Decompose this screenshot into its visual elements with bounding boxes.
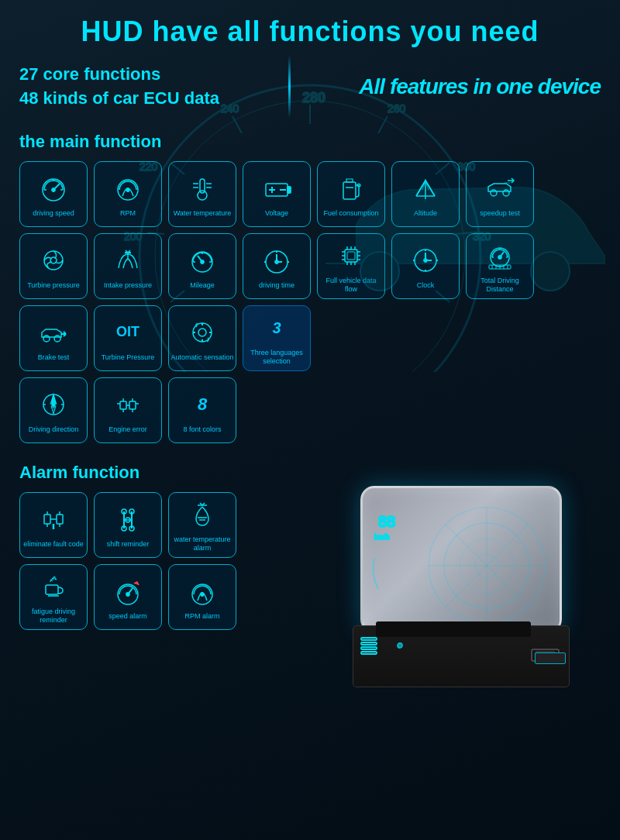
svg-rect-65: [347, 252, 355, 260]
eight-font-icon: 8: [185, 387, 219, 422]
vehicle-data-label: Full vehicle data flow: [318, 277, 384, 294]
func-driving-speed: driving speed: [19, 161, 88, 227]
svg-text:!: !: [53, 524, 54, 529]
rpm-alarm-icon: [185, 574, 219, 608]
svg-point-104: [198, 329, 206, 336]
auto-sense-icon: [185, 315, 219, 349]
svg-rect-124: [44, 515, 50, 524]
alarm-water-temp: water temperature alarm: [168, 492, 236, 558]
alarm-grid: ! eliminate fault code: [19, 492, 326, 630]
svg-point-22: [52, 188, 55, 191]
func-altitude: Altitude: [391, 161, 460, 227]
brake-icon: [36, 315, 71, 349]
func-intake: Intake pressure: [94, 233, 162, 299]
three-lang-label: Three languages selection: [243, 349, 310, 366]
svg-rect-116: [129, 401, 136, 409]
svg-rect-143: [46, 585, 58, 594]
svg-point-88: [498, 256, 501, 259]
func-vehicle-data: Full vehicle data flow: [317, 233, 385, 299]
fuel-icon: [334, 171, 368, 205]
func-water-temp: Water temperature: [168, 161, 236, 227]
font-colors-label: 8 font colors: [181, 425, 222, 434]
mileage-icon: [185, 243, 219, 277]
header-sub: 27 core functions 48 kinds of car ECU da…: [19, 56, 601, 118]
altitude-icon: [408, 171, 443, 205]
svg-rect-162: [361, 642, 377, 645]
altitude-label: Altitude: [412, 209, 439, 218]
compass-icon: [36, 387, 71, 422]
turbine-icon: [36, 243, 71, 277]
shift-label: shift reminder: [105, 540, 151, 549]
intake-label: Intake pressure: [102, 281, 153, 290]
svg-point-48: [44, 251, 63, 270]
alarm-section-title: Alarm function: [19, 463, 326, 483]
alarm-row-2: fatigue driving reminder: [19, 564, 326, 630]
chip-icon: [334, 239, 368, 273]
alarm-section: Alarm function: [19, 455, 326, 687]
car-arrow-icon: [483, 171, 517, 205]
brake-label: Brake test: [36, 353, 71, 362]
water-alarm-label: water temperature alarm: [169, 535, 236, 553]
total-dist-icon: [483, 239, 517, 273]
bottom-section: Alarm function: [19, 455, 601, 687]
func-brake: Brake test: [19, 305, 88, 371]
svg-point-81: [424, 259, 427, 262]
mileage-label: Mileage: [188, 281, 216, 290]
fault-label: eliminate fault code: [22, 540, 85, 549]
func-direction: Driving direction: [19, 377, 88, 443]
func-rpm: RPM: [94, 161, 162, 227]
svg-point-150: [201, 593, 204, 596]
water-alarm-icon: [185, 497, 219, 532]
oit-icon: OIT: [111, 315, 145, 349]
water-temp-label: Water temperature: [172, 209, 233, 218]
fuel-label: Fuel consumption: [322, 209, 380, 218]
battery-icon: [260, 171, 294, 205]
alarm-shift: shift reminder: [94, 492, 162, 558]
direction-label: Driving direction: [27, 425, 81, 434]
oit-label: Turbine Pressure: [100, 353, 157, 362]
total-dist-label: Total Driving Distance: [467, 277, 533, 294]
alarm-rpm: RPM alarm: [168, 564, 236, 630]
svg-rect-163: [361, 647, 377, 649]
func-font-colors: 8 8 font colors: [168, 377, 236, 443]
turbine-label: Turbine pressure: [26, 281, 81, 290]
main-container: 280 260 240 300 220 320 200 HUD have all…: [0, 0, 620, 840]
svg-text:km/h: km/h: [374, 533, 390, 541]
svg-point-112: [52, 403, 55, 406]
functions-row-1: driving speed RPM: [19, 161, 601, 227]
driving-time-label: driving time: [257, 281, 296, 290]
rpm-label: RPM: [119, 209, 137, 218]
svg-line-3: [378, 116, 388, 133]
svg-point-60: [275, 260, 278, 263]
svg-rect-125: [57, 515, 63, 524]
coffee-icon: [36, 570, 71, 604]
func-speedup-test: speedup test: [466, 161, 534, 227]
shift-icon: [111, 502, 145, 536]
svg-rect-39: [343, 182, 356, 199]
driving-speed-label: driving speed: [31, 209, 76, 218]
func-driving-time: driving time: [243, 233, 311, 299]
header-left: 27 core functions 48 kinds of car ECU da…: [19, 63, 219, 111]
voltage-label: Voltage: [264, 209, 290, 218]
header-right: All features in one device: [359, 74, 601, 100]
clock-label: Clock: [415, 281, 436, 290]
svg-rect-164: [361, 652, 377, 654]
svg-point-44: [491, 190, 497, 196]
line2: 48 kinds of car ECU data: [19, 87, 219, 111]
alarm-row-1: ! eliminate fault code: [19, 492, 326, 558]
svg-point-147: [126, 593, 129, 596]
functions-grid: driving speed RPM: [19, 161, 601, 443]
svg-point-53: [201, 260, 204, 263]
svg-point-29: [198, 191, 207, 200]
fault-icon: !: [36, 502, 71, 536]
driving-time-icon: [260, 243, 294, 277]
separator: [288, 56, 291, 118]
func-mileage: Mileage: [168, 233, 236, 299]
functions-row-2: Turbine pressure Intake pressure: [19, 233, 601, 299]
engine-icon: [111, 387, 145, 422]
svg-text:88: 88: [378, 513, 395, 530]
functions-row-3: Brake test OIT Turbine Pressure: [19, 305, 601, 371]
speed-alarm-icon: [111, 574, 145, 608]
svg-rect-64: [345, 250, 357, 262]
func-three-lang: 3 Three languages selection: [243, 305, 311, 371]
